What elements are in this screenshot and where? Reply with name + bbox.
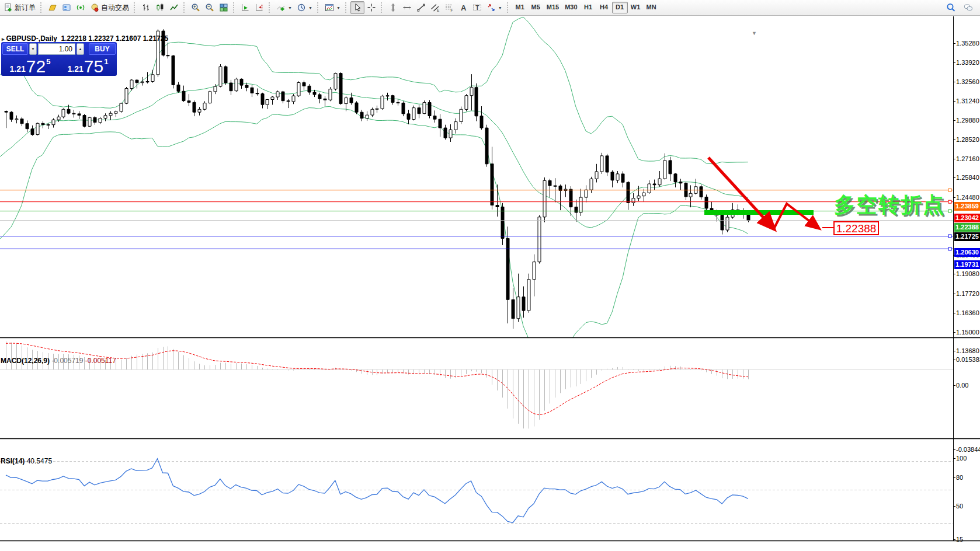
- dropdown-arrow-icon[interactable]: ▼: [498, 6, 502, 10]
- period-icon: [297, 3, 306, 12]
- chart-canvas[interactable]: [0, 16, 980, 551]
- timeframe-m1[interactable]: M1: [512, 2, 528, 13]
- price-tag-connector: [822, 227, 833, 230]
- candlestick-mode-button[interactable]: [153, 1, 167, 14]
- timeframe-m5[interactable]: M5: [528, 2, 544, 13]
- signals-button[interactable]: [74, 1, 88, 14]
- dropdown-arrow-icon[interactable]: ▼: [336, 6, 340, 10]
- new-chart-icon: [48, 3, 57, 12]
- price-tick: 1.24480: [956, 194, 979, 201]
- chart-shift-icon: [255, 3, 264, 12]
- price-tick: 1.32560: [956, 78, 979, 85]
- price-level-label: 1.21725: [954, 232, 980, 241]
- level-endpoint-marker[interactable]: [948, 247, 951, 250]
- volume-increase-button[interactable]: ▲: [77, 43, 84, 55]
- add-indicator-button[interactable]: ▼: [274, 1, 294, 14]
- buy-price-sup: 1: [104, 57, 108, 66]
- period-button[interactable]: ▼: [294, 1, 315, 14]
- level-endpoint-marker[interactable]: [948, 189, 951, 191]
- chart-properties-button[interactable]: ▼: [322, 1, 343, 14]
- text-tool-button[interactable]: A: [456, 1, 470, 14]
- candle-wicks: [6, 29, 749, 329]
- dropdown-arrow-icon[interactable]: ▼: [308, 6, 312, 10]
- sell-button[interactable]: SELL: [2, 43, 28, 55]
- label-tool-icon: T: [472, 3, 482, 12]
- trend-arrow-2[interactable]: [774, 204, 819, 229]
- crosshair-tool-button[interactable]: [364, 1, 378, 14]
- new-order-label: 新订单: [15, 3, 36, 13]
- bollinger-lower-band[interactable]: [0, 106, 748, 348]
- price-tick: 1.31240: [956, 97, 979, 104]
- line-chart-mode-icon: [169, 3, 179, 12]
- buy-button[interactable]: BUY: [89, 43, 116, 55]
- new-order-button[interactable]: 新订单: [1, 1, 38, 14]
- bollinger-middle-band[interactable]: [0, 83, 748, 228]
- timeframe-h1[interactable]: H1: [581, 2, 596, 13]
- profiles-button[interactable]: [60, 1, 74, 14]
- autotrading-label: 自动交易: [101, 3, 129, 13]
- arrows-tool-icon: [486, 3, 496, 12]
- trend-arrow-1[interactable]: [708, 158, 774, 229]
- volume-input[interactable]: 1.00: [38, 43, 75, 55]
- zoom-out-button[interactable]: [203, 1, 217, 14]
- autotrading-icon: [90, 3, 99, 12]
- price-tick: 1.19080: [956, 270, 979, 277]
- horizontal-line-tool-button[interactable]: [400, 1, 414, 14]
- timeframe-mn[interactable]: MN: [644, 2, 659, 13]
- toolbar-separator: [507, 2, 510, 13]
- mt4-window: { "toolbar": { "buttons": [ {"name":"new…: [0, 0, 980, 551]
- cursor-tool-button[interactable]: [350, 1, 364, 14]
- svg-text:E: E: [437, 8, 440, 12]
- turning-point-annotation[interactable]: 多空转折点: [834, 191, 945, 219]
- volume-decrease-button[interactable]: ▼: [29, 43, 37, 55]
- timeframe-d1[interactable]: D1: [612, 2, 628, 13]
- tile-windows-button[interactable]: [217, 1, 231, 14]
- chart-shift-button[interactable]: [252, 1, 266, 14]
- channel-tool-button[interactable]: E: [428, 1, 442, 14]
- new-chart-button[interactable]: [46, 1, 60, 14]
- chart-properties-icon: [325, 3, 334, 12]
- add-indicator-icon: [276, 3, 286, 12]
- timeframe-w1[interactable]: W1: [628, 2, 644, 13]
- macd-label: MACD(12,26,9) -0.005719 -0.005117: [1, 357, 116, 365]
- macd-signal-line: [6, 343, 748, 415]
- toolbar-separator: [345, 2, 348, 13]
- bar-chart-mode-button[interactable]: [139, 1, 153, 14]
- arrows-tool-button[interactable]: ▼: [484, 1, 505, 14]
- fibonacci-tool-button[interactable]: F: [442, 1, 456, 14]
- buy-price-big: 75: [84, 58, 103, 75]
- search-button[interactable]: [944, 1, 958, 14]
- candles-bullish[interactable]: [15, 31, 734, 319]
- trendline-tool-button[interactable]: [414, 1, 428, 14]
- timeframe-m30[interactable]: M30: [562, 2, 580, 13]
- price-tag-annotation[interactable]: 1.22388: [833, 221, 879, 235]
- level-endpoint-marker[interactable]: [948, 210, 951, 212]
- toolbar-separator: [40, 2, 43, 13]
- vertical-line-tool-button[interactable]: [386, 1, 400, 14]
- label-tool-button[interactable]: T: [470, 1, 484, 14]
- community-chat-button[interactable]: [961, 1, 975, 14]
- signals-icon: [76, 3, 85, 12]
- price-tick: 1.13680: [956, 347, 979, 354]
- price-level-label: 1.22388: [954, 223, 980, 232]
- dropdown-arrow-icon[interactable]: ▼: [288, 6, 292, 10]
- timeframe-h4[interactable]: H4: [596, 2, 612, 13]
- buy-price-display[interactable]: 1.21 75 1: [60, 56, 116, 76]
- chart-shift-marker-icon[interactable]: ▼: [752, 30, 757, 36]
- autotrading-button[interactable]: 自动交易: [88, 1, 131, 14]
- timeframe-m15[interactable]: M15: [544, 2, 562, 13]
- vertical-line-tool-icon: [388, 3, 398, 12]
- price-level-label: 1.23859: [954, 202, 980, 211]
- sell-price-display[interactable]: 1.21 72 5: [2, 56, 58, 76]
- level-endpoint-marker[interactable]: [948, 235, 951, 238]
- candlestick-mode-icon: [155, 3, 165, 12]
- line-chart-mode-button[interactable]: [167, 1, 181, 14]
- price-tick: 1.29880: [956, 117, 979, 124]
- level-endpoint-marker[interactable]: [948, 200, 951, 203]
- price-tick: 1.27160: [956, 155, 979, 162]
- collapse-caret-icon[interactable]: ▸: [2, 36, 5, 42]
- auto-scroll-button[interactable]: [238, 1, 252, 14]
- tile-windows-icon: [219, 3, 228, 12]
- price-tick: 1.35280: [956, 40, 979, 47]
- zoom-in-button[interactable]: [189, 1, 203, 14]
